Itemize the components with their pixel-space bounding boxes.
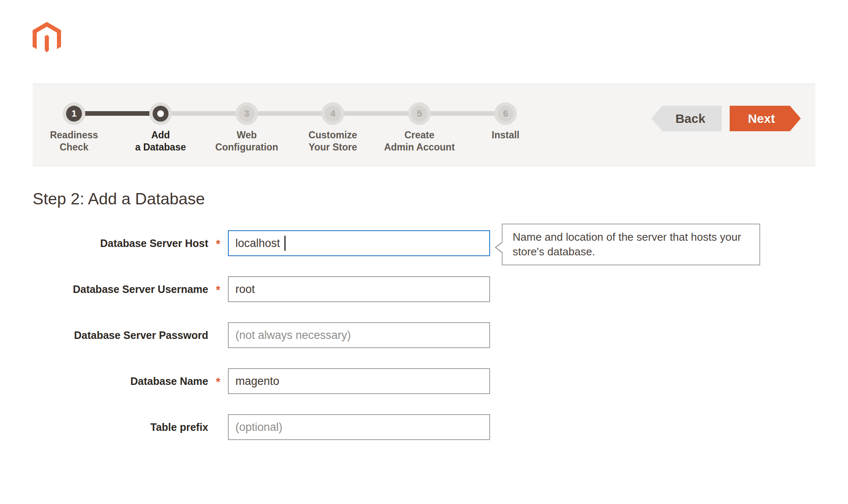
step-number: 4 xyxy=(330,108,335,119)
step-label: Add a Database xyxy=(110,129,211,153)
step-dot: 5 xyxy=(411,106,427,122)
step-dot: 4 xyxy=(325,106,341,122)
step-label: Readiness Check xyxy=(24,129,124,153)
db-password-input[interactable] xyxy=(228,322,490,348)
db-name-input[interactable] xyxy=(228,368,490,394)
step-dot xyxy=(153,106,169,122)
db-host-input-wrap xyxy=(228,230,490,256)
field-row-table-prefix: Table prefix xyxy=(33,414,493,440)
magento-logo-svg xyxy=(33,22,61,55)
step-number: 1 xyxy=(72,108,77,119)
step-dot: 3 xyxy=(239,106,255,122)
page-title: Step 2: Add a Database xyxy=(33,189,205,209)
db-username-input-wrap xyxy=(228,276,490,302)
step-number: 5 xyxy=(417,108,422,119)
db-name-label: Database Name xyxy=(33,375,208,387)
magento-logo-icon xyxy=(33,22,61,55)
step-label: Customize Your Store xyxy=(283,129,383,153)
db-username-input[interactable] xyxy=(228,276,490,302)
required-asterisk: * xyxy=(208,374,228,389)
database-form: Database Server Host * Database Server U… xyxy=(33,230,493,460)
next-button[interactable]: Next xyxy=(730,106,801,131)
tooltip-text: Name and location of the server that hos… xyxy=(513,231,741,258)
db-host-input[interactable] xyxy=(228,230,490,256)
field-row-db-host: Database Server Host * xyxy=(33,230,493,256)
progress-track-completed xyxy=(72,111,162,116)
step-dot: 6 xyxy=(498,106,513,122)
db-host-label: Database Server Host xyxy=(33,237,208,249)
tooltip: Name and location of the server that hos… xyxy=(502,224,760,265)
required-asterisk: * xyxy=(208,282,228,297)
back-button[interactable]: Back xyxy=(651,106,722,131)
progress-bar: 1 Readiness Check Add a Database 3 Web C… xyxy=(74,84,506,166)
required-asterisk-spacer xyxy=(208,426,228,428)
tooltip-pointer-fill xyxy=(496,242,503,253)
step-label: Create Admin Account xyxy=(369,129,470,153)
table-prefix-input[interactable] xyxy=(228,414,490,440)
required-asterisk-spacer xyxy=(208,334,228,336)
db-password-label: Database Server Password xyxy=(33,329,208,341)
db-password-input-wrap xyxy=(228,322,490,348)
required-asterisk: * xyxy=(208,236,228,251)
field-row-db-name: Database Name * xyxy=(33,368,493,394)
table-prefix-label: Table prefix xyxy=(33,421,208,433)
setup-progress-panel: 1 Readiness Check Add a Database 3 Web C… xyxy=(33,84,815,166)
step-number: 3 xyxy=(244,108,249,119)
field-row-db-username: Database Server Username * xyxy=(33,276,493,302)
table-prefix-input-wrap xyxy=(228,414,490,440)
text-cursor xyxy=(284,236,286,251)
db-username-label: Database Server Username xyxy=(33,283,208,295)
step-label: Install xyxy=(455,129,556,141)
step-label: Web Configuration xyxy=(197,129,297,153)
step-dot: 1 xyxy=(66,106,82,122)
db-name-input-wrap xyxy=(228,368,490,394)
step-number: 6 xyxy=(503,108,508,119)
field-row-db-password: Database Server Password xyxy=(33,322,493,348)
